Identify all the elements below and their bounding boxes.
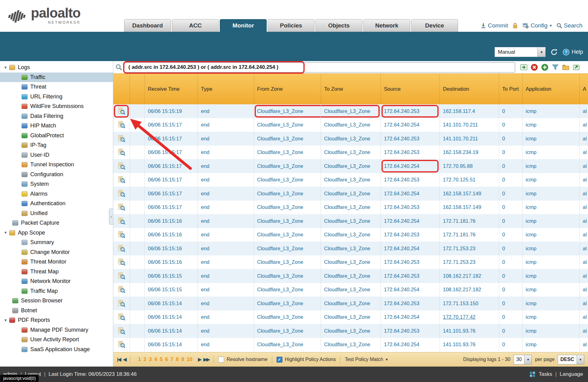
cell-action[interactable]: al [580, 173, 588, 187]
column-header-to-port[interactable]: To Port [499, 74, 523, 104]
cell-source[interactable]: 172.64.240.254 [381, 159, 440, 173]
page-number[interactable]: 3 [149, 356, 152, 363]
cell-to_port[interactable]: 0 [499, 338, 523, 352]
cell-type[interactable]: end [198, 104, 254, 118]
cell-application[interactable]: icmp [523, 242, 580, 255]
cell-detail[interactable] [113, 310, 130, 324]
cell-to_zone[interactable]: Cloudflare_L3_Zone [321, 228, 381, 242]
cell-source[interactable]: 172.64.240.253 [381, 146, 440, 160]
expander-icon[interactable]: ▼ [4, 65, 9, 70]
first-page-button[interactable]: |◀ [117, 357, 121, 362]
cell-type[interactable]: end [198, 132, 254, 146]
page-number[interactable]: 4 [154, 356, 157, 363]
cell-receive_time[interactable]: 06/06 15:15:17 [145, 159, 198, 173]
cell-type[interactable]: end [198, 228, 254, 242]
cell-receive_time[interactable]: 06/06 15:15:17 [145, 201, 198, 214]
cell-destination[interactable]: 141.101.93.76 [440, 338, 499, 352]
cell-receive_time[interactable]: 06/06 15:15:19 [145, 104, 198, 118]
nav-tab[interactable]: Policies [268, 19, 315, 32]
cell-from_zone[interactable]: Cloudflare_L3_Zone [254, 104, 321, 118]
cell-type[interactable]: end [198, 297, 254, 310]
resolve-hostname-checkbox[interactable] [218, 357, 224, 363]
cell-type[interactable]: end [198, 269, 254, 283]
cell-to_port[interactable]: 0 [499, 255, 523, 269]
cell-from_zone[interactable]: Cloudflare_L3_Zone [254, 310, 321, 324]
next-page-button[interactable]: ▶ [198, 357, 201, 362]
cell-application[interactable]: icmp [523, 228, 580, 242]
cell-application[interactable]: icmp [523, 132, 580, 146]
cell-from_zone[interactable]: Cloudflare_L3_Zone [254, 269, 321, 283]
sidebar-item[interactable]: ▼ Logs [0, 63, 113, 73]
cell-action[interactable]: al [580, 310, 588, 324]
cell-detail[interactable] [113, 201, 130, 214]
cell-from_zone[interactable]: Cloudflare_L3_Zone [254, 132, 321, 146]
cell-action[interactable]: al [580, 187, 588, 201]
cell-application[interactable]: icmp [523, 118, 580, 132]
sidebar-item[interactable]: Threat Monitor [0, 257, 113, 267]
cell-to_zone[interactable]: Cloudflare_L3_Zone [321, 201, 381, 214]
lock-icon[interactable] [512, 22, 519, 29]
sidebar-item[interactable]: HIP Match [0, 121, 113, 131]
page-number[interactable]: 5 [160, 356, 162, 363]
sidebar-item[interactable]: User Activity Report [0, 335, 113, 345]
cell-to_port[interactable]: 0 [499, 173, 523, 187]
cell-type[interactable]: end [198, 214, 254, 228]
cell-detail[interactable] [113, 338, 130, 352]
cell-action[interactable]: al [580, 255, 588, 269]
cell-to_zone[interactable]: Cloudflare_L3_Zone [321, 338, 381, 352]
cell-to_port[interactable]: 0 [499, 187, 523, 201]
cell-application[interactable]: icmp [523, 283, 580, 297]
clear-filter-icon[interactable] [530, 63, 538, 72]
cell-action[interactable]: al [580, 242, 588, 255]
cell-action[interactable]: al [580, 104, 588, 118]
cell-source[interactable]: 172.64.240.253 [381, 201, 440, 214]
cell-to_zone[interactable]: Cloudflare_L3_Zone [321, 173, 381, 187]
cell-receive_time[interactable]: 06/06 15:15:14 [145, 338, 198, 352]
cell-destination[interactable]: 172.70.125.51 [440, 173, 499, 187]
cell-to_port[interactable]: 0 [499, 228, 523, 242]
cell-type[interactable]: end [198, 146, 254, 160]
cell-to_zone[interactable]: Cloudflare_L3_Zone [321, 269, 381, 283]
cell-source[interactable]: 172.64.240.253 [381, 297, 440, 310]
cell-detail[interactable] [113, 297, 130, 310]
cell-detail[interactable] [113, 214, 130, 228]
cell-receive_time[interactable]: 06/06 15:15:17 [145, 173, 198, 187]
cell-source[interactable]: 172.64.240.254 [381, 118, 440, 132]
cell-destination[interactable]: 172.70.177.42 [440, 310, 499, 324]
cell-destination[interactable]: 162.158.157.149 [440, 187, 499, 201]
sidebar-item[interactable]: Traffic Map [0, 286, 113, 296]
column-header-application[interactable]: Application [523, 74, 580, 104]
cell-detail[interactable] [113, 228, 130, 242]
cell-action[interactable]: al [580, 297, 588, 310]
cell-destination[interactable]: 141.101.70.211 [440, 132, 499, 146]
cell-application[interactable]: icmp [523, 146, 580, 160]
cell-to_zone[interactable]: Cloudflare_L3_Zone [321, 310, 381, 324]
cell-action[interactable]: al [580, 324, 588, 338]
cell-detail[interactable] [113, 324, 130, 338]
apply-filter-icon[interactable] [519, 63, 528, 72]
refresh-button[interactable] [549, 48, 559, 57]
cell-type[interactable]: end [198, 201, 254, 214]
page-number[interactable]: 9 [181, 356, 184, 363]
cell-action[interactable]: al [580, 159, 588, 173]
cell-receive_time[interactable]: 06/06 15:15:17 [145, 118, 198, 132]
cell-detail[interactable] [113, 159, 130, 173]
page-number[interactable]: 6 [165, 356, 168, 363]
cell-receive_time[interactable]: 06/06 15:15:14 [145, 324, 198, 338]
cell-to_zone[interactable]: Cloudflare_L3_Zone [321, 283, 381, 297]
cell-to_zone[interactable]: Cloudflare_L3_Zone [321, 297, 381, 310]
cell-to_port[interactable]: 0 [499, 159, 523, 173]
column-header-from-zone[interactable]: From Zone [254, 74, 321, 104]
sidebar-item[interactable]: Authentication [0, 199, 113, 209]
cell-action[interactable]: al [580, 146, 588, 160]
cell-source[interactable]: 172.64.240.254 [381, 283, 440, 297]
page-number[interactable]: 2 [144, 356, 146, 363]
cell-type[interactable]: end [198, 310, 254, 324]
cell-to_zone[interactable]: Cloudflare_L3_Zone [321, 132, 381, 146]
cell-receive_time[interactable]: 06/06 15:15:16 [145, 255, 198, 269]
nav-tab[interactable]: Dashboard [124, 19, 171, 32]
cell-detail[interactable] [113, 146, 130, 160]
cell-application[interactable]: icmp [523, 310, 580, 324]
cell-from_zone[interactable]: Cloudflare_L3_Zone [254, 338, 321, 352]
last-page-button[interactable]: ▶▶ [203, 357, 209, 362]
